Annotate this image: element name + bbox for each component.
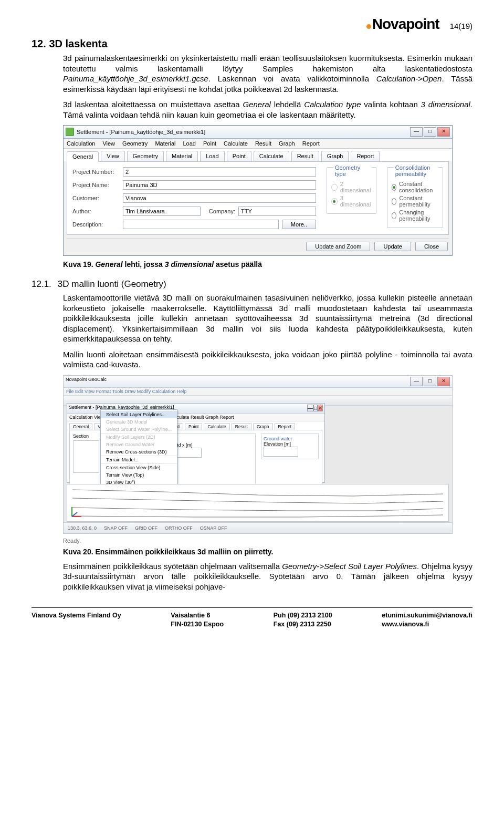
radio-2d [331,184,338,191]
project-name-input[interactable] [123,180,316,190]
app-icon [66,128,74,136]
menubar[interactable]: CalculationViewGeometryMaterialLoadPoint… [64,139,452,149]
subsection-num: 12.1. [32,279,51,290]
label: Customer: [72,195,120,201]
minimize-button[interactable]: — [410,127,423,137]
author-input[interactable] [123,207,201,216]
tab-result[interactable]: Result [291,151,319,161]
titlebar: Settlement - [Painuma_käyttöohje_3d_esim… [64,126,452,139]
label: Company: [204,208,235,214]
status-bar: 130.3, 63.6, 0 SNAP OFF GRID OFF ORTHO O… [64,522,452,533]
radio-changing-perm[interactable] [392,212,397,219]
page-footer: Vianova Systems Finland Oy Vaisalantie 6… [32,611,472,629]
tab-calculate[interactable]: Calculate [254,151,289,161]
minimize-button[interactable]: — [410,377,423,386]
tab-row: General View Geometry Material Load Poin… [64,149,452,161]
window-title: Settlement - [Painuma_käyttöohje_3d_esim… [77,129,205,135]
more-button[interactable]: More.. [282,220,316,229]
axis-gizmo-icon [69,505,83,520]
maximize-button[interactable]: □ [424,127,436,137]
tab-geometry[interactable]: Geometry [127,151,164,161]
page-number: 14(19) [450,22,472,30]
maximize-button[interactable]: □ [424,377,436,386]
tab-view[interactable]: View [101,151,125,161]
permeability-group: Consolidation permeability Constant cons… [387,167,443,228]
close-button[interactable]: ✕ [437,377,450,386]
radio-const-perm[interactable] [392,198,397,205]
paragraph: 3d painumalaskentaesimerkki on yksinkert… [63,53,472,94]
label: Author: [72,208,120,214]
figure-caption-19: Kuva 19. General lehti, jossa 3 dimensio… [63,260,472,269]
section-heading: 12. 3D laskenta [32,38,472,50]
paragraph: Ensimmäinen poikkileikkaus syötetään ohj… [63,561,472,592]
geocalc-window: Novapoint GeoCalc —□✕ File Edit View For… [63,375,453,534]
tab-general[interactable]: General [67,151,99,162]
tab-report[interactable]: Report [351,151,380,161]
subsection-title: 3D mallin luonti (Geometry) [58,279,166,290]
label: Project Name: [72,182,120,188]
radio-const-consol[interactable] [392,184,396,191]
logo: Novapoint [366,16,439,33]
customer-input[interactable] [123,193,316,203]
paragraph: 3d laskentaa aloitettaessa on muistettav… [63,99,472,120]
tab-load[interactable]: Load [200,151,224,161]
svg-line-2 [72,512,77,517]
label: Description: [72,221,120,228]
paragraph: Laskentamoottorille vietävä 3D malli on … [63,293,472,344]
app-menu[interactable]: File Edit View Format Tools Draw Modify … [64,388,452,396]
radio-3d [331,198,338,205]
geometry-dropdown[interactable]: Select Soil Layer Polylines... Generate … [100,409,177,488]
app-title: Novapoint GeoCalc [66,377,107,386]
close-button[interactable]: Close [415,242,448,251]
label: Project Number: [72,169,120,175]
close-button[interactable]: ✕ [437,127,450,137]
drawing-canvas[interactable] [67,484,449,522]
update-button[interactable]: Update [374,242,411,251]
tab-material[interactable]: Material [166,151,198,161]
tab-point[interactable]: Point [227,151,251,161]
update-zoom-button[interactable]: Update and Zoom [306,242,370,251]
description-input[interactable] [123,220,279,229]
company-input[interactable] [238,207,316,216]
figure-caption-20: Kuva 20. Ensimmäinen poikkileikkaus 3d m… [63,548,472,556]
settlement-window: Settlement - [Painuma_käyttöohje_3d_esim… [63,125,453,256]
geometry-type-group: Geometry type 2 dimensional 3 dimensiona… [327,167,376,214]
tab-graph[interactable]: Graph [321,151,349,161]
page-header: Novapoint 14(19) [32,16,472,33]
paragraph: Mallin luonti aloitetaan ensimmäisestä p… [63,349,472,370]
general-panel: Project Number: Project Name: Customer: … [67,161,449,235]
project-number-input[interactable] [123,167,316,177]
footer-rule [32,607,472,608]
